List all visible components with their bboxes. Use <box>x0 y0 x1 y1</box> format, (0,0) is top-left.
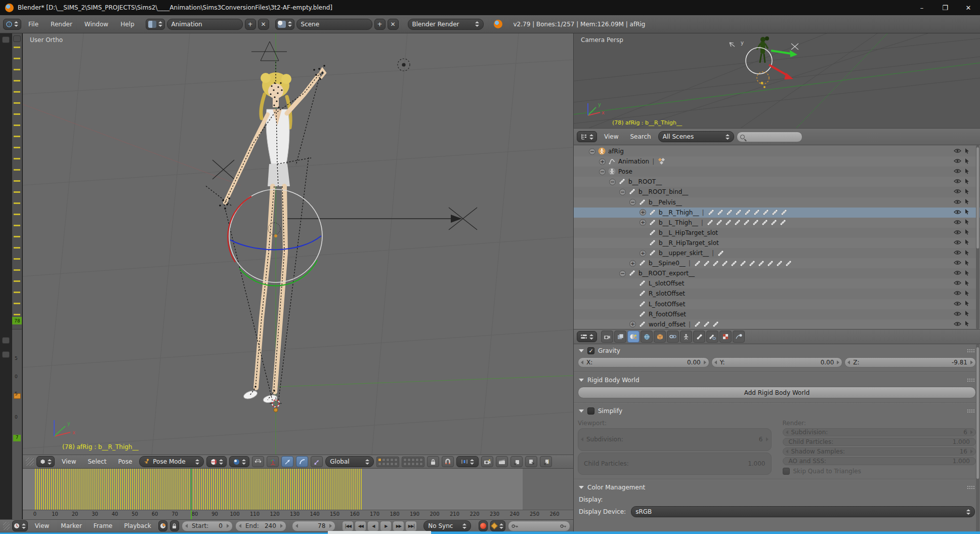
scene-close-button[interactable]: ✕ <box>388 19 399 30</box>
outliner-row-Animation[interactable]: +Animation| <box>574 156 980 167</box>
viewport-3d[interactable]: xy User Ortho (78) afRig : b__R_Thigh__ <box>23 33 573 455</box>
render-engine-select[interactable]: Blender Render <box>408 19 484 30</box>
collapsed-editor-icon[interactable] <box>2 337 10 344</box>
viewport-subdivision-field[interactable]: Subdivision:6 <box>578 428 772 451</box>
display-device-select[interactable]: sRGB <box>631 506 975 517</box>
menu-marker[interactable]: Marker <box>56 521 86 531</box>
restrict-view-eye-icon[interactable] <box>954 270 961 277</box>
collapse-caret-icon[interactable] <box>579 349 584 352</box>
render-child-particles-field[interactable]: Child Particles:1.000 <box>783 438 976 446</box>
header-grip[interactable] <box>26 458 34 466</box>
current-frame-field[interactable]: 78 <box>292 521 335 531</box>
scene-browse-button[interactable] <box>275 19 294 30</box>
collapse-toggle[interactable]: − <box>619 270 626 277</box>
restrict-select-arrow-icon[interactable] <box>964 239 970 247</box>
collapsed-editor-icon[interactable] <box>2 351 10 358</box>
restrict-view-eye-icon[interactable] <box>954 209 961 216</box>
restrict-select-arrow-icon[interactable] <box>964 188 970 196</box>
layout-add-button[interactable]: + <box>245 19 256 30</box>
restrict-view-eye-icon[interactable] <box>954 148 961 155</box>
restrict-view-eye-icon[interactable] <box>954 280 961 287</box>
restrict-select-arrow-icon[interactable] <box>964 168 970 176</box>
mode-select[interactable]: Pose Mode <box>139 456 204 467</box>
snap-toggle-button[interactable] <box>442 456 454 467</box>
copy-pose-button[interactable] <box>510 456 523 467</box>
increment-arrow[interactable] <box>227 524 229 528</box>
tab-armature-data-icon[interactable] <box>680 331 692 343</box>
restrict-view-eye-icon[interactable] <box>954 250 961 257</box>
decrement-arrow[interactable] <box>185 524 188 528</box>
shadow-samples-field[interactable]: Shadow Samples:16 <box>783 447 976 456</box>
manipulator-toggle-button[interactable] <box>252 456 264 467</box>
gravity-x-field[interactable]: X:0.00 <box>578 357 709 367</box>
maximize-button[interactable]: ❐ <box>933 0 957 15</box>
timeline-playhead[interactable] <box>191 469 192 510</box>
outliner-row-b__Spine0__[interactable]: +b__Spine0__| <box>574 258 980 268</box>
collapse-caret-icon[interactable] <box>579 486 584 489</box>
decrement-arrow[interactable] <box>295 524 298 528</box>
panel-drag-handle[interactable] <box>967 378 975 382</box>
tab-textures-icon[interactable] <box>719 331 732 343</box>
outliner-search-input[interactable] <box>737 132 802 142</box>
tab-render-layers-icon[interactable] <box>614 331 626 343</box>
tab-render-camera-icon[interactable] <box>601 331 613 343</box>
layout-close-button[interactable]: ✕ <box>258 19 269 30</box>
outliner-row-b__R_Thigh__[interactable]: +b__R_Thigh__| <box>574 208 980 218</box>
collapse-toggle[interactable]: − <box>599 169 606 175</box>
menu-frame[interactable]: Frame <box>89 521 117 531</box>
menu-pose[interactable]: Pose <box>114 457 137 467</box>
scene-add-button[interactable]: + <box>374 19 386 30</box>
render-animation-button[interactable] <box>496 456 508 467</box>
outliner-scrollbar[interactable] <box>976 145 979 329</box>
restrict-select-arrow-icon[interactable] <box>964 158 970 166</box>
gravity-y-field[interactable]: Y:0.00 <box>711 357 843 367</box>
outliner-row-afRig[interactable]: −afRig <box>574 146 980 156</box>
keying-set-button[interactable] <box>490 520 505 531</box>
outliner-row-b__L_HipTarget_slot[interactable]: b__L_HipTarget_slot <box>574 228 980 238</box>
editor-type-timeline-button[interactable] <box>12 520 28 531</box>
collapsed-dopesheet-strip[interactable]: 78 <box>12 33 22 329</box>
expand-toggle[interactable]: + <box>599 158 606 165</box>
layout-browse-button[interactable] <box>146 19 165 30</box>
restrict-select-arrow-icon[interactable] <box>964 300 970 308</box>
viewport-child-particles-field[interactable]: Child Particles:1.000 <box>578 453 772 475</box>
restrict-view-eye-icon[interactable] <box>954 311 961 318</box>
menu-render[interactable]: Render <box>46 19 77 30</box>
menu-search[interactable]: Search <box>625 132 655 142</box>
restrict-select-arrow-icon[interactable] <box>964 209 970 216</box>
increment-arrow[interactable] <box>329 524 332 528</box>
lock-time-button[interactable] <box>170 520 179 531</box>
gravity-panel-header[interactable]: ✓ Gravity <box>574 344 980 357</box>
editor-type-3dview-button[interactable] <box>36 456 55 467</box>
translate-manipulator-button[interactable] <box>281 456 293 467</box>
restrict-view-eye-icon[interactable] <box>954 168 961 175</box>
outliner-row-world_offset[interactable]: +world_offset| <box>574 319 980 329</box>
restrict-view-eye-icon[interactable] <box>954 301 961 308</box>
header-grip[interactable] <box>3 522 10 530</box>
start-frame-field[interactable]: Start: 0 <box>182 521 233 531</box>
expand-toggle[interactable]: + <box>640 219 646 226</box>
gravity-z-field[interactable]: Z:-9.81 <box>844 357 976 367</box>
simplify-panel-header[interactable]: Simplify <box>574 404 980 418</box>
outliner-row-L_slotOffset[interactable]: L_slotOffset <box>574 278 980 289</box>
decrement-arrow[interactable] <box>239 524 241 528</box>
rigid-body-panel-header[interactable]: Rigid Body World <box>574 374 980 387</box>
restrict-select-arrow-icon[interactable] <box>964 320 970 328</box>
collapse-caret-icon[interactable] <box>579 409 584 413</box>
simplify-checkbox[interactable] <box>587 407 594 415</box>
transform-orientation-select[interactable]: Global <box>325 456 374 467</box>
restrict-view-eye-icon[interactable] <box>954 290 961 297</box>
menu-window[interactable]: Window <box>79 19 113 30</box>
collapse-toggle[interactable]: − <box>609 179 616 185</box>
paste-flipped-pose-button[interactable] <box>540 456 552 467</box>
restrict-select-arrow-icon[interactable] <box>964 250 970 257</box>
viewport-shading-button[interactable] <box>229 456 249 467</box>
layout-name-field[interactable]: Animation <box>167 19 243 30</box>
render-subdivision-field[interactable]: Subdivision:6 <box>783 428 976 436</box>
color-management-panel-header[interactable]: Color Management <box>574 481 980 494</box>
restrict-view-eye-icon[interactable] <box>954 178 961 185</box>
jump-prev-keyframe-button[interactable]: ◀◀ <box>355 521 366 531</box>
dopesheet-editor-icon[interactable] <box>13 35 21 42</box>
scene-name-field[interactable]: Scene <box>296 19 372 30</box>
restrict-view-eye-icon[interactable] <box>954 199 961 206</box>
